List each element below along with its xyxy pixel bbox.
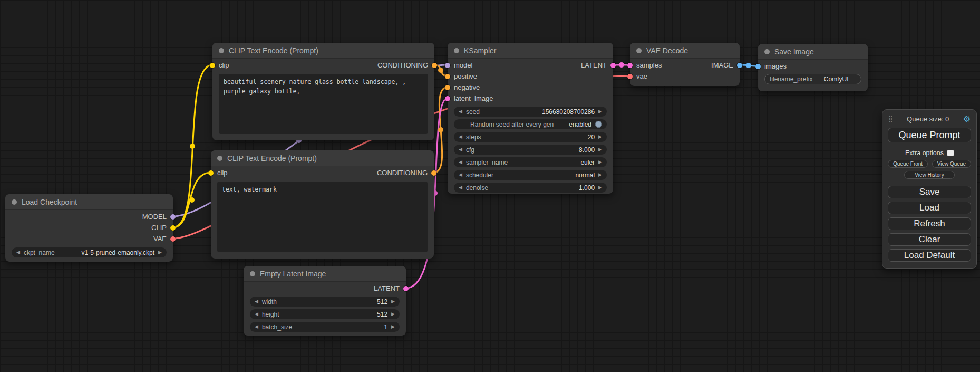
increment-arrow-icon[interactable]: ▶ xyxy=(391,312,395,317)
output-slot-clip: CLIP xyxy=(5,222,173,233)
output-dot-clip[interactable] xyxy=(170,225,176,231)
extra-options-row: Extra options xyxy=(888,149,971,157)
widget-random-seed[interactable]: Random seed after every gen enabled xyxy=(454,119,607,129)
collapse-dot[interactable] xyxy=(217,156,222,161)
input-dot-model[interactable] xyxy=(445,63,450,68)
slot-label: clip xyxy=(217,169,228,177)
collapse-dot[interactable] xyxy=(454,48,459,53)
node-title: KSampler xyxy=(464,46,496,55)
decrement-arrow-icon[interactable]: ◀ xyxy=(459,135,462,139)
input-dot-clip[interactable] xyxy=(208,170,214,176)
decrement-arrow-icon[interactable]: ◀ xyxy=(459,147,462,152)
increment-arrow-icon[interactable]: ▶ xyxy=(391,325,395,329)
increment-arrow-icon[interactable]: ▶ xyxy=(598,173,602,177)
node-clip-text-encode-negative[interactable]: CLIP Text Encode (Prompt) clip CONDITION… xyxy=(211,150,434,259)
node-title-bar[interactable]: Load Checkpoint xyxy=(5,194,173,210)
node-title-bar[interactable]: Empty Latent Image xyxy=(244,266,406,282)
save-button[interactable]: Save xyxy=(888,186,971,198)
decrement-arrow-icon[interactable]: ◀ xyxy=(255,312,258,317)
extra-options-checkbox[interactable] xyxy=(947,150,954,156)
widget-width[interactable]: ◀ width 512 ▶ xyxy=(250,297,400,307)
node-ksampler[interactable]: KSampler model LATENT positive negative … xyxy=(448,43,613,194)
slot-label: samples xyxy=(636,61,662,69)
output-dot-latent[interactable] xyxy=(610,63,616,68)
increment-arrow-icon[interactable]: ▶ xyxy=(598,160,602,165)
output-dot-conditioning[interactable] xyxy=(431,170,436,176)
collapse-dot[interactable] xyxy=(12,199,17,205)
input-dot-images[interactable] xyxy=(755,64,761,69)
node-title-bar[interactable]: Save Image xyxy=(758,44,868,60)
negative-prompt-textarea[interactable]: text, watermark xyxy=(217,182,428,252)
toggle-knob[interactable] xyxy=(595,121,602,128)
collapse-dot[interactable] xyxy=(219,48,224,53)
node-title-bar[interactable]: CLIP Text Encode (Prompt) xyxy=(212,43,434,59)
widget-cfg[interactable]: ◀ cfg 8.000 ▶ xyxy=(454,145,607,155)
input-dot-latent-image[interactable] xyxy=(445,96,450,101)
load-button[interactable]: Load xyxy=(888,202,971,214)
decrement-arrow-icon[interactable]: ◀ xyxy=(459,109,462,114)
widget-scheduler[interactable]: ◀ scheduler normal ▶ xyxy=(454,170,607,180)
node-title: Save Image xyxy=(774,47,814,56)
widget-seed[interactable]: ◀ seed 156680208700286 ▶ xyxy=(454,107,607,117)
decrement-arrow-icon[interactable]: ◀ xyxy=(459,173,462,177)
positive-prompt-textarea[interactable]: beautiful scenery nature glass bottle la… xyxy=(219,74,428,134)
queue-front-button[interactable]: Queue Front xyxy=(888,160,928,168)
collapse-dot[interactable] xyxy=(764,49,770,54)
widget-steps[interactable]: ◀ steps 20 ▶ xyxy=(454,132,607,142)
widget-ckpt-name[interactable]: ◀ ckpt_name v1-5-pruned-emaonly.ckpt ▶ xyxy=(12,247,167,257)
widget-sampler-name[interactable]: ◀ sampler_name euler ▶ xyxy=(454,157,607,167)
output-dot-vae[interactable] xyxy=(170,236,176,242)
node-title-bar[interactable]: KSampler xyxy=(448,43,613,59)
node-empty-latent-image[interactable]: Empty Latent Image LATENT ◀ width 512 ▶ … xyxy=(244,266,406,336)
input-dot-samples[interactable] xyxy=(627,63,633,68)
node-clip-text-encode-positive[interactable]: CLIP Text Encode (Prompt) clip CONDITION… xyxy=(212,43,434,140)
link-dot-conditioning-negative xyxy=(438,127,443,132)
slot-label: model xyxy=(454,61,472,69)
refresh-button[interactable]: Refresh xyxy=(888,217,971,230)
increment-arrow-icon[interactable]: ▶ xyxy=(598,109,602,114)
load-default-button[interactable]: Load Default xyxy=(888,249,971,262)
queue-prompt-button[interactable]: Queue Prompt xyxy=(888,128,971,142)
increment-arrow-icon[interactable]: ▶ xyxy=(391,299,395,304)
view-queue-button[interactable]: View Queue xyxy=(932,160,971,168)
widget-denoise[interactable]: ◀ denoise 1.000 ▶ xyxy=(454,183,607,193)
decrement-arrow-icon[interactable]: ◀ xyxy=(255,325,258,329)
increment-arrow-icon[interactable]: ▶ xyxy=(158,250,162,255)
input-dot-negative[interactable] xyxy=(445,85,450,90)
node-vae-decode[interactable]: VAE Decode samples IMAGE vae xyxy=(630,43,740,86)
extra-options-label: Extra options xyxy=(905,149,944,157)
collapse-dot[interactable] xyxy=(636,48,642,53)
widget-name: sampler_name xyxy=(466,159,508,166)
slot-label: CONDITIONING xyxy=(377,61,428,69)
widget-filename-prefix[interactable]: filename_prefix ComfyUI xyxy=(764,74,861,84)
queue-panel: ⣿ Queue size: 0 ⚙ Queue Prompt Extra opt… xyxy=(882,109,977,269)
input-dot-vae[interactable] xyxy=(627,74,633,79)
output-dot-conditioning[interactable] xyxy=(432,63,437,68)
decrement-arrow-icon[interactable]: ◀ xyxy=(255,299,258,304)
clear-button[interactable]: Clear xyxy=(888,233,971,246)
output-dot-model[interactable] xyxy=(170,214,176,220)
increment-arrow-icon[interactable]: ▶ xyxy=(598,185,602,190)
widget-height[interactable]: ◀ height 512 ▶ xyxy=(250,309,400,319)
decrement-arrow-icon[interactable]: ◀ xyxy=(459,160,462,165)
slot-label: negative xyxy=(454,83,480,91)
view-history-button[interactable]: View History xyxy=(904,171,955,179)
increment-arrow-icon[interactable]: ▶ xyxy=(598,147,602,152)
node-title-bar[interactable]: VAE Decode xyxy=(630,43,740,59)
drag-handle-icon[interactable]: ⣿ xyxy=(888,115,893,122)
increment-arrow-icon[interactable]: ▶ xyxy=(598,135,602,139)
widget-batch-size[interactable]: ◀ batch_size 1 ▶ xyxy=(250,322,400,332)
queue-panel-header: ⣿ Queue size: 0 ⚙ xyxy=(888,114,971,123)
node-save-image[interactable]: Save Image images filename_prefix ComfyU… xyxy=(758,44,868,91)
node-title-bar[interactable]: CLIP Text Encode (Prompt) xyxy=(211,150,434,166)
decrement-arrow-icon[interactable]: ◀ xyxy=(459,185,462,190)
output-dot-latent[interactable] xyxy=(403,286,409,291)
input-dot-positive[interactable] xyxy=(445,74,450,79)
node-load-checkpoint[interactable]: Load Checkpoint MODEL CLIP VAE ◀ ckpt_na… xyxy=(5,194,173,262)
output-dot-image[interactable] xyxy=(737,63,742,68)
collapse-dot[interactable] xyxy=(250,271,255,276)
settings-gear-icon[interactable]: ⚙ xyxy=(963,114,971,124)
input-dot-clip[interactable] xyxy=(210,63,215,68)
queue-size-text: Queue size: xyxy=(907,115,943,123)
decrement-arrow-icon[interactable]: ◀ xyxy=(16,250,20,255)
